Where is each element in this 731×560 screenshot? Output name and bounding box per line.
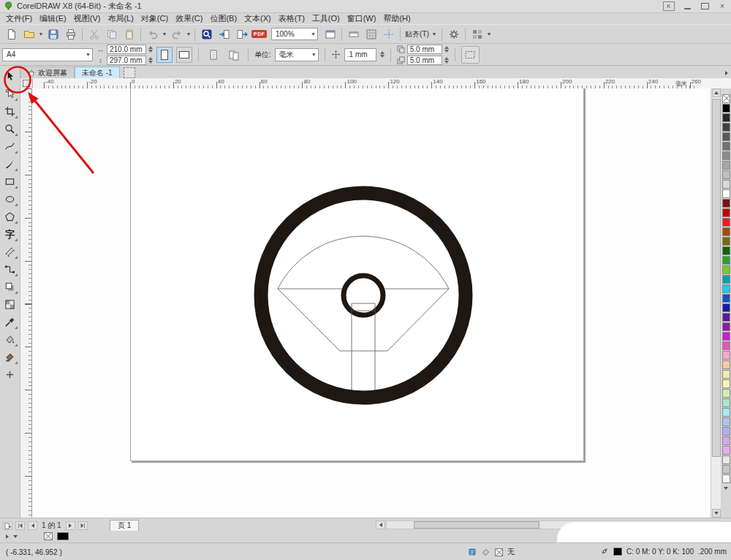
- nudge-spinner[interactable]: [380, 51, 385, 58]
- color-swatch[interactable]: [722, 142, 730, 151]
- text-tool[interactable]: 字: [2, 227, 18, 242]
- open-button[interactable]: [20, 26, 37, 42]
- nudge-distance-field[interactable]: .1 mm: [344, 48, 376, 61]
- color-swatch[interactable]: [722, 303, 730, 312]
- color-swatch[interactable]: [722, 474, 730, 483]
- ellipse-tool[interactable]: [2, 192, 18, 207]
- color-swatch[interactable]: [722, 199, 730, 208]
- current-page-size-button[interactable]: [205, 47, 221, 63]
- duplicate-y-spinner[interactable]: [444, 57, 449, 64]
- more-tools-button[interactable]: [2, 367, 18, 382]
- full-screen-preview-button[interactable]: [322, 26, 338, 42]
- menu-item[interactable]: 布局(L): [104, 13, 137, 24]
- steering-wheel-drawing[interactable]: [250, 182, 477, 409]
- add-page-button[interactable]: [3, 521, 12, 530]
- import-button[interactable]: [216, 26, 232, 42]
- menu-item[interactable]: 文件(F): [2, 13, 36, 24]
- color-swatch[interactable]: [722, 351, 730, 360]
- treat-as-filled-button[interactable]: [461, 46, 480, 64]
- page-height-spinner[interactable]: [148, 57, 153, 64]
- new-document-button[interactable]: [3, 26, 20, 42]
- crop-tool[interactable]: [2, 104, 18, 119]
- color-swatch[interactable]: [722, 294, 730, 303]
- color-swatch[interactable]: [722, 284, 730, 293]
- polygon-tool[interactable]: [2, 209, 18, 224]
- maximize-button[interactable]: [700, 2, 710, 10]
- open-dropdown-arrow[interactable]: ▼: [38, 31, 44, 37]
- color-swatch[interactable]: [722, 227, 730, 236]
- color-swatch[interactable]: [722, 408, 730, 417]
- artistic-media-tool[interactable]: [2, 156, 18, 172]
- freehand-tool[interactable]: [2, 139, 18, 154]
- color-swatch[interactable]: [722, 104, 730, 113]
- redo-button[interactable]: [168, 26, 185, 42]
- menu-item[interactable]: 位图(B): [206, 13, 240, 24]
- show-grid-button[interactable]: [363, 26, 379, 42]
- color-swatch[interactable]: [722, 379, 730, 388]
- previous-page-button[interactable]: [28, 521, 37, 530]
- duplicate-y-field[interactable]: 5.0 mm: [407, 56, 442, 65]
- duplicate-x-spinner[interactable]: [444, 46, 449, 53]
- page-size-preset-combo[interactable]: A4▼: [2, 48, 93, 61]
- color-swatch[interactable]: [722, 151, 730, 160]
- color-swatch[interactable]: [722, 398, 730, 407]
- undo-button[interactable]: [144, 26, 161, 42]
- tab-welcome-screen[interactable]: 欢迎屏幕: [20, 67, 75, 78]
- all-pages-size-button[interactable]: [225, 47, 242, 63]
- document-palette-none-swatch[interactable]: [44, 532, 53, 540]
- menu-item[interactable]: 效果(C): [172, 13, 206, 24]
- drop-shadow-tool[interactable]: [2, 279, 18, 295]
- transparency-tool[interactable]: [2, 297, 18, 312]
- page-1-tab[interactable]: 页 1: [110, 520, 139, 531]
- application-launcher-button[interactable]: [469, 26, 485, 42]
- menu-item[interactable]: 对象(C): [137, 13, 172, 24]
- palette-scroll-down-icon[interactable]: [724, 487, 728, 490]
- menu-item[interactable]: 工具(O): [308, 13, 344, 24]
- zoom-level-combo[interactable]: 100%▼: [271, 28, 318, 40]
- vertical-ruler[interactable]: [20, 88, 32, 518]
- export-button[interactable]: [233, 26, 250, 42]
- tab-scroll-right-button[interactable]: [722, 68, 731, 78]
- print-button[interactable]: [62, 26, 79, 42]
- color-swatch[interactable]: [722, 275, 730, 284]
- options-button[interactable]: [445, 26, 462, 42]
- minimize-button[interactable]: [682, 2, 692, 10]
- color-eyedropper-tool[interactable]: [2, 314, 18, 330]
- color-swatch[interactable]: [722, 436, 730, 445]
- connector-tool[interactable]: [2, 262, 18, 277]
- page-height-field[interactable]: 297.0 mm: [107, 56, 146, 65]
- menu-item[interactable]: 文本(X): [240, 13, 275, 24]
- horizontal-scroll-thumb[interactable]: [414, 521, 539, 529]
- menu-item[interactable]: 窗口(W): [344, 13, 380, 24]
- page-width-spinner[interactable]: [148, 46, 153, 53]
- show-guidelines-button[interactable]: [380, 26, 397, 42]
- menu-item[interactable]: 视图(V): [70, 13, 105, 24]
- shape-tool[interactable]: [2, 86, 18, 102]
- help-icon[interactable]: K: [663, 1, 675, 11]
- color-swatch[interactable]: [722, 132, 730, 141]
- color-swatch[interactable]: [722, 417, 730, 426]
- color-swatch[interactable]: [722, 265, 730, 274]
- color-swatch[interactable]: [722, 180, 730, 189]
- color-swatch[interactable]: [722, 455, 730, 464]
- zoom-tool[interactable]: [2, 121, 18, 137]
- drawing-canvas[interactable]: [32, 88, 711, 518]
- units-combo[interactable]: 毫米▼: [275, 48, 319, 61]
- vertical-scrollbar[interactable]: [711, 88, 721, 518]
- menu-item[interactable]: 帮助(H): [379, 13, 414, 24]
- pick-tool[interactable]: [2, 69, 18, 84]
- no-color-swatch[interactable]: [722, 94, 730, 103]
- color-swatch[interactable]: [722, 123, 730, 132]
- first-page-button[interactable]: [15, 521, 25, 530]
- save-button[interactable]: [45, 26, 61, 42]
- document-palette-menu-icon[interactable]: [13, 535, 18, 538]
- scroll-up-button[interactable]: [712, 88, 721, 97]
- color-swatch[interactable]: [722, 427, 730, 436]
- tab-untitled-document[interactable]: 未命名 -1: [75, 67, 120, 78]
- horizontal-ruler[interactable]: 毫米 -40-200204060801001201401601802002202…: [32, 78, 703, 88]
- color-swatch[interactable]: [722, 246, 730, 255]
- ruler-origin-button[interactable]: [20, 78, 33, 88]
- color-swatch[interactable]: [722, 465, 730, 474]
- page-width-field[interactable]: 210.0 mm: [107, 45, 146, 54]
- landscape-orientation-button[interactable]: [176, 47, 192, 63]
